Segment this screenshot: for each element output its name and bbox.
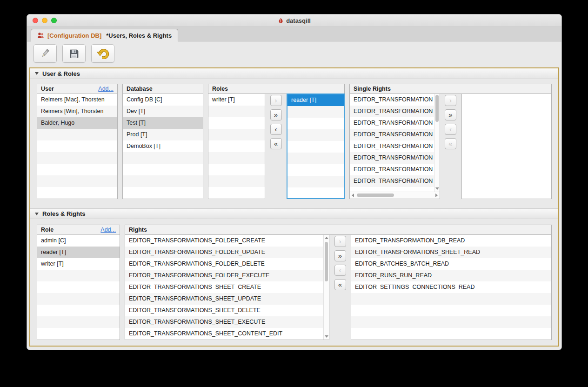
save-button[interactable] <box>62 44 86 63</box>
right-available-row[interactable]: EDITOR_TRANSFORMATIONS_SHEET_UPDATE <box>125 293 323 305</box>
user-row[interactable]: Balder, Hugo <box>37 117 117 129</box>
right-assigned-row[interactable]: EDITOR_TRANSFORMATIONS_SHEET_READ <box>351 247 551 258</box>
user-panel-header: User Add... <box>37 84 117 94</box>
right-available-row[interactable]: EDITOR_TRANSFORMATIONS_FOLDER_EXECUTE <box>125 270 323 281</box>
undo-button[interactable] <box>91 44 114 63</box>
move-all-left-button[interactable]: « <box>445 138 456 149</box>
single-rights-available-list[interactable]: EDITOR_TRANSFORMATIONEDITOR_TRANSFORMATI… <box>349 93 440 199</box>
move-left-button[interactable]: ‹ <box>270 124 282 135</box>
database-panel: Database Config DB [C]Dev [T]Test [T]Pro… <box>122 84 203 199</box>
user-row[interactable]: Reimers [Mac], Thorsten <box>37 94 117 106</box>
section-header-user-roles[interactable]: User & Roles <box>30 68 558 79</box>
user-list[interactable]: Reimers [Mac], ThorstenReimers [Win], Th… <box>37 94 117 199</box>
single-right-row[interactable]: EDITOR_TRANSFORMATION <box>350 152 434 164</box>
right-available-row[interactable]: EDITOR_TRANSFORMATIONS_FOLDER_CREATE <box>125 235 323 247</box>
single-right-row[interactable]: EDITOR_TRANSFORMATION <box>350 106 434 117</box>
move-left-button[interactable]: ‹ <box>334 265 346 276</box>
right-available-row[interactable]: EDITOR_TRANSFORMATIONS_SHEET_CONTENT_EDI… <box>125 328 323 340</box>
scrollbar-thumb[interactable] <box>325 242 328 281</box>
add-role-link[interactable]: Add... <box>100 227 116 233</box>
zoom-window-button[interactable] <box>51 18 57 23</box>
single-right-row[interactable]: EDITOR_TRANSFORMATION <box>350 94 434 106</box>
roles-available-list[interactable]: writer [T] <box>208 93 265 199</box>
single-right-row[interactable]: EDITOR_TRANSFORMATION <box>350 164 434 175</box>
move-all-right-button[interactable]: » <box>270 109 282 120</box>
database-row[interactable]: Test [T] <box>123 117 203 129</box>
database-row[interactable]: Config DB [C] <box>123 94 203 106</box>
roles-transfer-buttons: › » ‹ « <box>265 93 287 199</box>
single-rights-assigned-list[interactable] <box>461 93 552 199</box>
move-right-button[interactable]: › <box>270 95 282 106</box>
right-available-row[interactable]: EDITOR_TRANSFORMATIONS_SHEET_EXECUTE <box>125 316 323 328</box>
right-available-row[interactable]: EDITOR_TRANSFORMATIONS_FOLDER_UPDATE <box>125 247 323 258</box>
role-row[interactable]: reader [T] <box>37 247 120 258</box>
right-available-row[interactable]: EDITOR_TRANSFORMATIONS_FOLDER_DELETE <box>125 258 323 270</box>
add-user-link[interactable]: Add... <box>98 86 114 92</box>
move-right-button[interactable]: › <box>334 236 346 247</box>
vertical-scrollbar[interactable] <box>323 235 329 340</box>
vertical-scrollbar[interactable] <box>434 94 440 192</box>
empty-row <box>123 175 203 187</box>
window-title: datasqill <box>286 17 311 24</box>
right-available-row[interactable]: EDITOR_TRANSFORMATIONS_SHEET_CREATE <box>125 281 323 293</box>
scroll-right-arrow-icon[interactable] <box>435 194 438 197</box>
role-available-row[interactable]: writer [T] <box>208 94 265 106</box>
edit-button[interactable] <box>33 44 57 63</box>
empty-row <box>37 140 117 152</box>
move-right-button[interactable]: › <box>445 95 456 106</box>
move-all-right-button[interactable]: » <box>334 250 346 261</box>
section-title: Roles & Rights <box>42 210 85 217</box>
empty-row <box>37 270 120 281</box>
empty-row <box>208 117 265 129</box>
move-left-button[interactable]: ‹ <box>445 124 456 135</box>
scroll-up-arrow-icon[interactable] <box>325 237 328 239</box>
minimize-window-button[interactable] <box>42 18 47 23</box>
scroll-down-arrow-icon[interactable] <box>435 187 439 190</box>
role-row[interactable]: writer [T] <box>37 258 120 270</box>
database-row[interactable]: DemoBox [T] <box>123 140 203 152</box>
scrollbar-thumb[interactable] <box>435 95 439 122</box>
rights-panel: Rights EDITOR_TRANSFORMATIONS_FOLDER_CRE… <box>125 225 552 340</box>
scroll-left-arrow-icon[interactable] <box>352 194 354 197</box>
single-right-row[interactable]: EDITOR_TRANSFORMATION <box>350 129 434 140</box>
gold-frame: User & Roles User Add... Reimers [Mac], … <box>29 67 559 347</box>
user-row[interactable]: Reimers [Win], Thorsten <box>37 106 117 117</box>
empty-row <box>37 305 120 316</box>
rights-available-list[interactable]: EDITOR_TRANSFORMATIONS_FOLDER_CREATEEDIT… <box>125 234 329 340</box>
database-row[interactable]: Dev [T] <box>123 106 203 117</box>
tab-users-roles-rights[interactable]: [Configuration DB] *Users, Roles & Right… <box>31 29 178 41</box>
role-assigned-row[interactable]: reader [T] <box>287 94 344 106</box>
horizontal-scrollbar[interactable] <box>350 192 440 199</box>
empty-row <box>37 187 117 199</box>
scrollbar-thumb[interactable] <box>357 194 394 197</box>
app-window: datasqill [Configuration DB] *Users, Rol… <box>27 14 562 350</box>
empty-row <box>208 187 265 199</box>
single-right-row[interactable]: EDITOR_TRANSFORMATION <box>350 117 434 129</box>
empty-row <box>208 106 265 117</box>
move-all-left-button[interactable]: « <box>334 279 346 290</box>
undo-arrow-icon <box>97 48 109 59</box>
empty-row <box>123 152 203 164</box>
single-right-row[interactable]: EDITOR_TRANSFORMATION <box>350 175 434 187</box>
main-toolbar <box>27 41 561 66</box>
single-right-row[interactable]: EDITOR_TRANSFORMATION <box>350 140 434 152</box>
right-assigned-row[interactable]: EDITOR_TRANSFORMATION_DB_READ <box>351 235 551 247</box>
move-all-right-button[interactable]: » <box>445 109 456 120</box>
database-row[interactable]: Prod [T] <box>123 129 203 140</box>
database-list[interactable]: Config DB [C]Dev [T]Test [T]Prod [T]Demo… <box>123 94 203 199</box>
right-available-row[interactable]: EDITOR_TRANSFORMATIONS_SHEET_DELETE <box>125 305 323 316</box>
rights-assigned-list[interactable]: EDITOR_TRANSFORMATION_DB_READEDITOR_TRAN… <box>351 234 552 340</box>
section-header-roles-rights[interactable]: Roles & Rights <box>30 208 558 219</box>
close-window-button[interactable] <box>33 18 38 23</box>
role-row[interactable]: admin [C] <box>37 235 120 247</box>
move-all-left-button[interactable]: « <box>270 138 282 149</box>
save-floppy-icon <box>69 48 80 59</box>
right-assigned-row[interactable]: EDITOR_RUNS_RUN_READ <box>351 270 551 281</box>
scroll-down-arrow-icon[interactable] <box>325 335 328 338</box>
right-assigned-row[interactable]: EDITOR_SETTINGS_CONNECTIONS_READ <box>351 281 551 293</box>
users-icon <box>37 32 45 39</box>
role-list[interactable]: admin [C]reader [T]writer [T] <box>37 235 120 340</box>
right-assigned-row[interactable]: EDITOR_BATCHES_BATCH_READ <box>351 258 551 270</box>
single-rights-header-label: Single Rights <box>354 86 391 92</box>
roles-assigned-list[interactable]: reader [T] <box>287 93 345 199</box>
